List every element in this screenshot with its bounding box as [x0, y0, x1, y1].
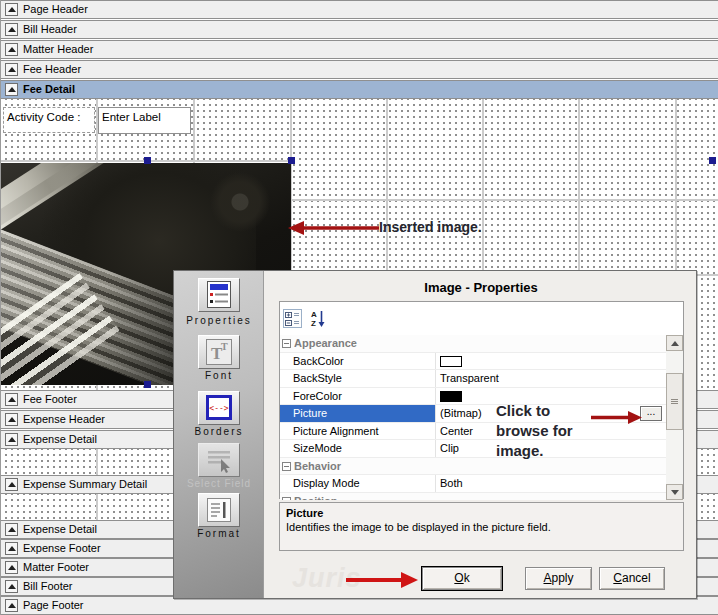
select-field-tab-button	[198, 443, 240, 477]
collapse-arrow-icon[interactable]	[5, 523, 18, 536]
backcolor-swatch[interactable]	[440, 356, 462, 367]
selection-handle[interactable]	[144, 381, 151, 388]
font-tab-label: Font	[174, 370, 264, 381]
selection-handle[interactable]	[709, 157, 716, 164]
property-row-backcolor[interactable]: BackColor	[280, 353, 666, 371]
band-label: Fee Footer	[23, 393, 77, 405]
band-label: Fee Detail	[23, 83, 75, 95]
property-row-backstyle[interactable]: BackStyle Transparent	[280, 370, 666, 388]
cancel-button[interactable]: Cancel	[599, 567, 665, 590]
collapse-arrow-icon[interactable]	[5, 83, 18, 96]
dialog-title: Image - Properties	[264, 280, 698, 295]
band-label: Expense Header	[23, 413, 105, 425]
properties-tab-label: Properties	[174, 315, 264, 326]
dialog-sidebar: Properties T T Font <--> Borders	[174, 271, 264, 598]
forecolor-swatch[interactable]	[440, 391, 462, 402]
annotation-arrow-browse-icon	[591, 409, 643, 426]
collapse-arrow-icon[interactable]	[5, 542, 18, 555]
enter-label-field[interactable]: Enter Label	[98, 107, 191, 134]
property-description-panel: Picture Identifies the image to be displ…	[279, 502, 684, 551]
grid-scrollbar[interactable]	[666, 335, 683, 500]
az-sort-icon[interactable]: A Z	[308, 309, 327, 328]
collapse-arrow-icon[interactable]	[5, 43, 18, 56]
collapse-arrow-icon[interactable]	[5, 561, 18, 574]
collapse-arrow-icon[interactable]	[5, 599, 18, 612]
browse-annotation: Click to browse for image.	[496, 401, 573, 461]
scrollbar-up-icon[interactable]	[666, 335, 683, 351]
property-row-forecolor[interactable]: ForeColor	[280, 388, 666, 406]
collapse-arrow-icon[interactable]	[5, 23, 18, 36]
band-label: Page Footer	[23, 599, 84, 611]
borders-tab-label: Borders	[174, 426, 264, 437]
properties-icon	[204, 281, 234, 309]
properties-tab-button[interactable]	[198, 278, 240, 312]
image-properties-dialog: Properties T T Font <--> Borders	[173, 270, 697, 599]
category-row-position[interactable]: Position	[280, 493, 666, 501]
collapse-minus-icon[interactable]	[282, 339, 291, 348]
band-fee-detail[interactable]: Fee Detail	[1, 80, 718, 99]
collapse-arrow-icon[interactable]	[5, 478, 18, 491]
grid-column-line	[96, 449, 98, 475]
ceiling-rosette	[204, 169, 276, 235]
category-row-appearance[interactable]: Appearance	[280, 335, 666, 353]
band-matter-header[interactable]: Matter Header	[1, 40, 718, 59]
svg-text:T: T	[221, 341, 228, 352]
svg-text:A: A	[311, 310, 317, 319]
description-field-name: Picture	[286, 507, 677, 519]
picture-browse-button[interactable]: ...	[640, 406, 662, 421]
collapse-arrow-icon[interactable]	[5, 63, 18, 76]
selection-handle[interactable]	[144, 157, 151, 164]
inserted-image-annotation: Inserted image.	[379, 219, 482, 235]
font-tab-button[interactable]: T T	[198, 335, 240, 369]
property-row-sizemode[interactable]: SizeMode Clip	[280, 440, 666, 458]
band-label: Bill Header	[23, 23, 77, 35]
apply-button[interactable]: Apply	[525, 567, 592, 590]
band-fee-header[interactable]: Fee Header	[1, 60, 718, 79]
collapse-arrow-icon[interactable]	[5, 433, 18, 446]
select-field-tab-label: Select Field	[174, 478, 264, 489]
collapse-arrow-icon[interactable]	[5, 3, 18, 16]
band-label: Expense Detail	[23, 523, 97, 535]
band-label: Expense Footer	[23, 542, 101, 554]
annotation-arrow-ok-icon	[344, 571, 420, 589]
svg-text:<-->: <-->	[209, 404, 228, 413]
band-label: Fee Header	[23, 63, 81, 75]
grid-column-line	[96, 494, 98, 520]
collapse-minus-icon[interactable]	[282, 497, 291, 501]
band-label: Matter Header	[23, 43, 93, 55]
svg-text:Z: Z	[311, 319, 316, 328]
collapse-arrow-icon[interactable]	[5, 580, 18, 593]
band-label: Matter Footer	[23, 561, 89, 573]
band-bill-header[interactable]: Bill Header	[1, 20, 718, 39]
font-icon: T T	[204, 338, 234, 366]
scrollbar-down-icon[interactable]	[666, 484, 683, 500]
property-row-display-mode[interactable]: Display Mode Both	[280, 475, 666, 493]
collapse-arrow-icon[interactable]	[5, 413, 18, 426]
description-text: Identifies the image to be displayed in …	[286, 521, 677, 533]
report-designer: Page Header Bill Header Matter Header Fe…	[0, 0, 718, 615]
band-label: Expense Summary Detail	[23, 478, 147, 490]
band-page-header[interactable]: Page Header	[1, 0, 718, 19]
borders-icon: <-->	[204, 394, 234, 422]
selection-handle[interactable]	[288, 157, 295, 164]
collapse-minus-icon[interactable]	[282, 462, 291, 471]
format-tab-button[interactable]	[198, 493, 240, 527]
format-tab-label: Format	[174, 528, 264, 539]
format-icon	[204, 496, 234, 524]
property-grid-panel: A Z Appearance BackColor BackStyle Trans…	[279, 301, 684, 499]
activity-code-field[interactable]: Activity Code :	[3, 107, 95, 133]
category-row-behavior[interactable]: Behavior	[280, 458, 666, 476]
annotation-arrow-inserted-icon	[287, 219, 381, 237]
borders-tab-button[interactable]: <-->	[198, 391, 240, 425]
ok-button[interactable]: Ok	[422, 567, 502, 590]
scrollbar-thumb[interactable]	[666, 373, 683, 430]
collapse-arrow-icon[interactable]	[5, 393, 18, 406]
band-label: Page Header	[23, 3, 88, 15]
band-label: Bill Footer	[23, 580, 73, 592]
select-field-icon	[204, 446, 234, 474]
band-label: Expense Detail	[23, 433, 97, 445]
categorized-view-icon[interactable]	[283, 309, 302, 328]
